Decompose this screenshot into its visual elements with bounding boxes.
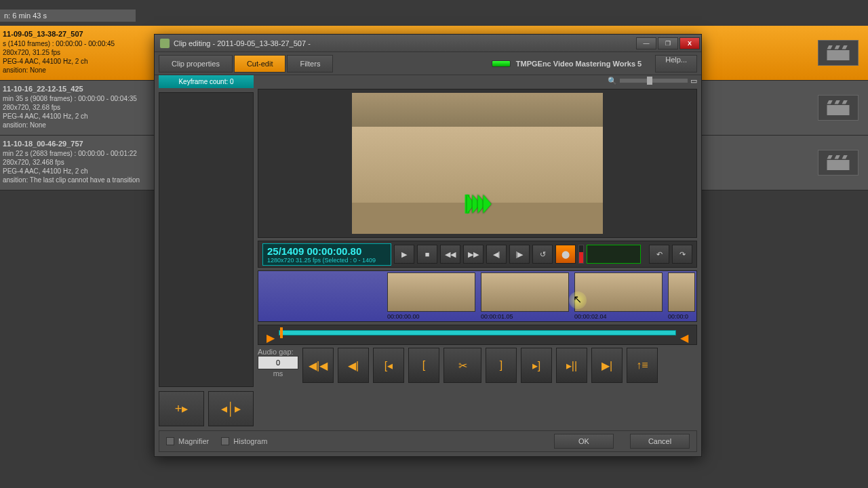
forward-button[interactable]: ▶▶ (463, 245, 484, 264)
thumbnail-strip[interactable]: 00:00:00.00 00:00:01.05 00:00:02.04 00:0… (258, 270, 697, 322)
ok-button[interactable]: OK (554, 434, 614, 449)
tab-bar: Clip properties Cut-edit Filters TMPGEnc… (155, 52, 701, 75)
pause-button[interactable]: ▸|| (556, 348, 587, 383)
dialog-footer: Magnifier Histogram OK Cancel (159, 430, 697, 452)
fast-forward-overlay-icon (465, 195, 490, 214)
audio-gap-input[interactable] (258, 356, 298, 369)
bracket-out-button[interactable]: ] (486, 348, 517, 383)
playhead-icon[interactable] (280, 327, 283, 338)
playback-panel: 25/1409 00:00:00.80 868x488 31.25 fps (… (258, 241, 697, 268)
next-frame-button[interactable]: ▶| (591, 348, 623, 383)
prev-split-button[interactable]: ◀|◀ (302, 348, 334, 383)
record-button[interactable]: ⬤ (555, 245, 576, 264)
brand-label: TMPGEnc Video Mastering Works 5 (516, 60, 642, 68)
picture-icon: ▭ (690, 77, 697, 85)
audio-gap-field: Audio gap: ms (258, 348, 298, 383)
preview-image (352, 93, 603, 234)
minimize-button[interactable]: — (636, 37, 656, 49)
chapter-list-button[interactable]: ↑≡ (627, 348, 658, 383)
app-icon (160, 39, 170, 48)
close-button[interactable]: X (679, 37, 700, 49)
keyframe-list[interactable] (159, 92, 254, 387)
undo-button[interactable]: ↶ (649, 245, 669, 264)
window-title: Clip editing - 2011-09-05_13-38-27_507 - (174, 39, 635, 47)
magnifier-checkbox[interactable]: Magnifier (166, 437, 209, 445)
step-back-button[interactable]: ◀| (486, 245, 507, 264)
in-marker-icon[interactable]: ▶ (267, 331, 275, 344)
set-in-button[interactable]: [◂ (373, 348, 404, 383)
histogram-checkbox[interactable]: Histogram (221, 437, 267, 445)
timecode-display: 25/1409 00:00:00.80 868x488 31.25 fps (… (262, 243, 391, 266)
help-button[interactable]: Help... (655, 55, 697, 73)
split-keyframe-button[interactable]: ◂│▸ (208, 391, 254, 426)
status-led-icon (492, 60, 511, 67)
audio-level-icon (578, 245, 584, 264)
loop-button[interactable]: ↺ (532, 245, 553, 264)
play-button[interactable]: ▶ (394, 245, 414, 264)
audio-meter (587, 245, 641, 264)
keyframe-count: Keyframe count: 0 (159, 75, 254, 88)
titlebar[interactable]: Clip editing - 2011-09-05_13-38-27_507 -… (155, 35, 701, 52)
duration-header: n: 6 min 43 s (0, 9, 136, 22)
redo-button[interactable]: ↷ (672, 245, 692, 264)
thumb-0[interactable]: 00:00:00.00 (387, 272, 475, 320)
preview-panel (258, 89, 697, 238)
clapperboard-icon (818, 150, 859, 176)
stop-button[interactable]: ■ (417, 245, 437, 264)
magnifier-icon: 🔍 (608, 77, 617, 85)
maximize-button[interactable]: ❐ (658, 37, 678, 49)
cut-button[interactable]: ✂ (443, 348, 481, 383)
tab-filters[interactable]: Filters (287, 55, 333, 73)
thumb-1[interactable]: 00:00:01.05 (481, 272, 569, 320)
bracket-in-button[interactable]: [ (408, 348, 439, 383)
out-marker-icon[interactable]: ◀ (680, 331, 688, 344)
cancel-button[interactable]: Cancel (630, 434, 690, 449)
range-bar[interactable]: ▶ ◀ (258, 325, 697, 345)
thumb-3[interactable]: 00:00:0 (668, 272, 695, 320)
clip-editing-dialog: Clip editing - 2011-09-05_13-38-27_507 -… (154, 34, 702, 457)
step-fwd-button[interactable]: |▶ (509, 245, 530, 264)
rewind-button[interactable]: ◀◀ (440, 245, 460, 264)
prev-frame-button[interactable]: ◀| (338, 348, 369, 383)
clapperboard-icon (818, 95, 859, 121)
tab-cut-edit[interactable]: Cut-edit (234, 55, 286, 73)
set-out-button[interactable]: ▸] (521, 348, 552, 383)
thumb-2[interactable]: 00:00:02.04 (574, 272, 663, 320)
add-keyframe-button[interactable]: +▸ (159, 391, 204, 426)
tab-clip-properties[interactable]: Clip properties (159, 55, 233, 73)
clapperboard-icon (818, 40, 859, 66)
zoom-slider[interactable] (620, 79, 688, 83)
cursor-icon: ↖ (573, 293, 582, 306)
